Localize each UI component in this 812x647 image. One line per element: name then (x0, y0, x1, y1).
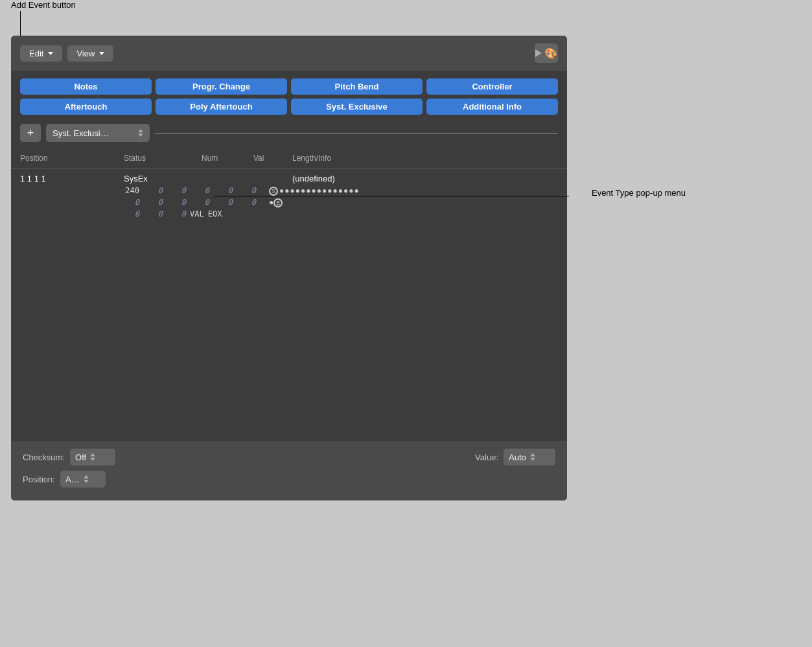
sysex-info-r2: ●E (269, 196, 284, 208)
position-value: A… (65, 475, 80, 484)
value-down-icon (530, 458, 535, 461)
position-stepper-icon (84, 475, 89, 483)
stepper-down-icon (138, 134, 143, 137)
sysex-dots-1: ●●●●●●●●●●●●●●● (279, 186, 360, 195)
sysex-n4-r1: 0 (190, 185, 209, 196)
stepper-icon (138, 129, 143, 137)
edit-menu-button[interactable]: Edit (20, 45, 62, 62)
circle-e-icon: E (273, 198, 283, 207)
additional-info-button[interactable]: Additional Info (426, 99, 558, 115)
sysex-n6-r1: 0 (237, 185, 256, 196)
sysex-n5-r1: 0 (213, 185, 233, 196)
table-row[interactable]: 1 1 1 1 SysEx (undefined) (11, 169, 567, 185)
checksum-select[interactable]: Off (70, 449, 115, 465)
row-status: SysEx (124, 174, 202, 183)
sysex-n1-r3: 0 (120, 208, 139, 220)
event-row-2: Aftertouch Poly Aftertouch Syst. Exclusi… (20, 99, 558, 115)
value-value: Auto (509, 453, 526, 462)
controller-button[interactable]: Controller (426, 78, 558, 95)
sysex-n1-r2: 0 (120, 196, 139, 208)
footer-left: Checksum: Off Position: A… (23, 449, 115, 493)
header-length-info: Length/Info (292, 154, 558, 163)
value-label: Value: (475, 453, 498, 462)
checksum-down-icon (90, 458, 95, 461)
sysex-eox-label: EOX (208, 208, 222, 220)
palette-icon: 🎨 (544, 47, 557, 60)
view-label: View (76, 49, 95, 58)
toolbar-left: Edit View (20, 45, 113, 62)
sysex-dot-2: ● (269, 198, 273, 207)
annotation-line-event-type (214, 196, 569, 196)
value-select[interactable]: Auto (504, 449, 555, 465)
aftertouch-button[interactable]: Aftertouch (20, 99, 152, 115)
edit-chevron-icon (48, 52, 53, 55)
event-type-popup[interactable]: Syst. Exclusi… (46, 124, 150, 142)
add-event-bar: + Syst. Exclusi… (11, 120, 567, 148)
sysex-n3-r3: 0 (167, 208, 186, 220)
event-buttons-area: Notes Progr. Change Pitch Bend Controlle… (11, 71, 567, 120)
row-position: 1 1 1 1 (20, 174, 124, 183)
header-val: Val (253, 154, 292, 163)
event-type-annotation-label: Event Type pop-up menu (592, 188, 686, 198)
sysex-n2-r2: 0 (143, 196, 163, 208)
sysex-data-row-3: 0 0 0 VAL EOX (11, 208, 567, 220)
toolbar: Edit View 🎨 (11, 36, 567, 71)
sysex-n4-r2: 0 (190, 196, 209, 208)
syst-exclusive-button[interactable]: Syst. Exclusive (291, 99, 423, 115)
main-panel: Edit View 🎨 Notes Progr. Change Pitch Be… (11, 36, 567, 500)
sysex-n2-r3: 0 (143, 208, 163, 220)
table-area: Position Status Num Val Length/Info 1 1 … (11, 148, 567, 441)
table-content: 1 1 1 1 SysEx (undefined) 240 0 0 0 0 0 … (11, 169, 567, 441)
sysex-n6-r2: 0 (237, 196, 256, 208)
sysex-info-r1: S●●●●●●●●●●●●●●● (269, 185, 360, 196)
sysex-val-label: VAL (190, 208, 204, 220)
value-up-icon (530, 453, 535, 456)
sysex-n3-r2: 0 (167, 196, 186, 208)
checksum-stepper-icon (90, 453, 95, 461)
view-menu-button[interactable]: View (67, 45, 113, 62)
pitch-bend-button[interactable]: Pitch Bend (291, 78, 423, 95)
edit-label: Edit (29, 49, 43, 58)
poly-aftertouch-button[interactable]: Poly Aftertouch (156, 99, 287, 115)
palette-button[interactable]: 🎨 (535, 43, 558, 63)
view-chevron-icon (99, 52, 104, 55)
position-label: Position: (23, 475, 55, 484)
row-num (202, 174, 253, 183)
checksum-value: Off (75, 453, 86, 462)
sysex-data-row-1: 240 0 0 0 0 0 S●●●●●●●●●●●●●●● (11, 185, 567, 196)
table-header: Position Status Num Val Length/Info (11, 148, 567, 169)
header-position: Position (20, 154, 124, 163)
checksum-field: Checksum: Off (23, 449, 115, 465)
play-icon (535, 49, 542, 57)
value-stepper-icon (530, 453, 535, 461)
add-event-button[interactable]: + (20, 124, 41, 142)
sysex-n1-r1: 240 (120, 185, 139, 196)
footer-right: Value: Auto (475, 449, 555, 465)
progr-change-button[interactable]: Progr. Change (156, 78, 287, 95)
sysex-n2-r1: 0 (143, 185, 163, 196)
header-status: Status (124, 154, 202, 163)
event-type-value: Syst. Exclusi… (52, 128, 109, 138)
footer: Checksum: Off Position: A… (11, 441, 567, 500)
checksum-label: Checksum: (23, 453, 65, 462)
checksum-up-icon (90, 453, 95, 456)
position-select[interactable]: A… (60, 471, 106, 488)
sysex-data-row-2: 0 0 0 0 0 0 ●E (11, 196, 567, 208)
sysex-n3-r1: 0 (167, 185, 186, 196)
notes-button[interactable]: Notes (20, 78, 152, 95)
separator-line (155, 133, 558, 134)
event-row-1: Notes Progr. Change Pitch Bend Controlle… (20, 78, 558, 95)
plus-icon: + (27, 127, 34, 139)
circle-s-icon: S (269, 187, 278, 196)
sysex-n5-r2: 0 (213, 196, 233, 208)
row-info: (undefined) (292, 174, 558, 183)
stepper-up-icon (138, 129, 143, 132)
position-up-icon (84, 475, 89, 478)
header-num: Num (202, 154, 253, 163)
position-field: Position: A… (23, 471, 115, 488)
add-event-annotation: Add Event button (11, 0, 76, 10)
row-val (253, 174, 292, 183)
position-down-icon (84, 480, 89, 483)
